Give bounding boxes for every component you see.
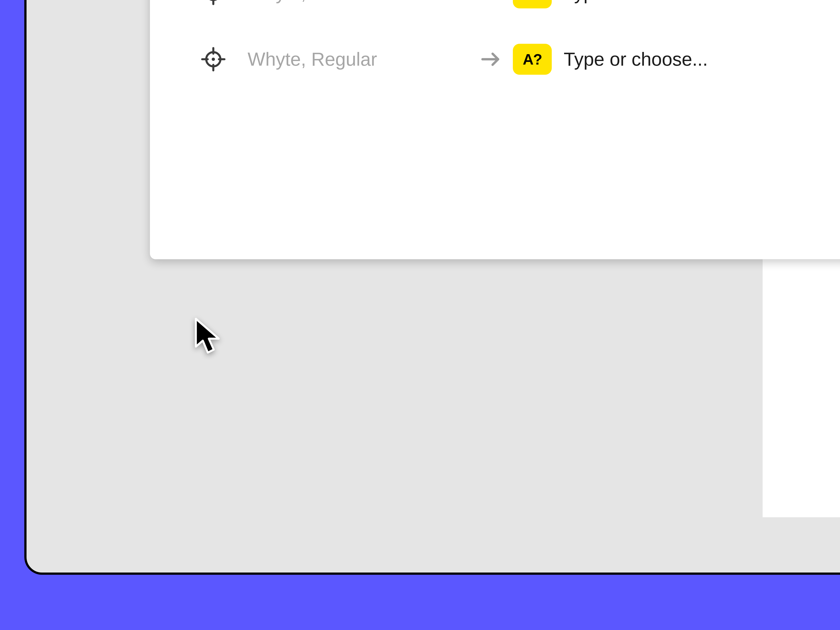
crosshair-icon — [201, 0, 226, 5]
missing-font-name: Whyte, Medium — [248, 0, 469, 4]
arrow-icon — [469, 48, 513, 70]
locate-button[interactable] — [201, 47, 248, 71]
font-row: Whyte, Regular A? Type or choose... — [150, 26, 840, 92]
font-row: Whyte, Medium A? Type or choose... — [150, 0, 840, 26]
canvas-area — [763, 252, 840, 517]
missing-font-name: Whyte, Regular — [248, 48, 469, 70]
arrow-icon — [469, 0, 513, 4]
missing-font-badge: A? — [513, 44, 564, 75]
replacement-input[interactable]: Type or choose... — [564, 48, 708, 70]
missing-font-badge: A? — [513, 0, 564, 8]
crosshair-icon — [201, 47, 226, 71]
missing-fonts-modal: Missing Font Replacement Whyte, Bold — [150, 0, 840, 259]
locate-button[interactable] — [201, 0, 248, 5]
font-rows: Whyte, Bold A? Type or choose... — [150, 0, 840, 92]
app-window: Missing Font Replacement Whyte, Bold — [24, 0, 840, 575]
svg-point-26 — [212, 58, 215, 61]
missing-font-icon: A? — [513, 0, 552, 8]
replacement-input[interactable]: Type or choose... — [564, 0, 708, 4]
missing-font-icon: A? — [513, 44, 552, 75]
